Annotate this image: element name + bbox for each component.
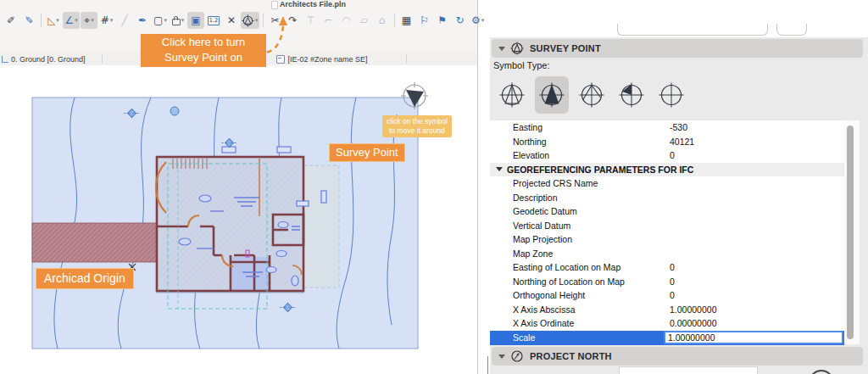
param-row-geodetic-datum[interactable]: Geodetic Datum xyxy=(490,204,844,220)
top-button-partial[interactable] xyxy=(776,24,807,36)
update-model-icon[interactable]: ↻ xyxy=(452,12,469,29)
snap-points-icon[interactable]: ⌖▾ xyxy=(81,12,97,29)
survey-point-callout: Click here to turn Survey Point on xyxy=(141,34,266,67)
building-plan xyxy=(156,147,339,309)
param-row-northing[interactable]: Northing40121 xyxy=(490,135,844,150)
grid-snap-icon[interactable]: #▾ xyxy=(98,12,115,29)
window-title: Architects File.pln xyxy=(280,0,346,8)
survey-point-label: Survey Point xyxy=(329,143,405,162)
tab-divider xyxy=(102,54,103,64)
survey-point-panel: SURVEY POINT Symbol Type: Easting-530 No… xyxy=(490,0,868,374)
param-row-x-axis-ordinate[interactable]: X Axis Ordinate0.00000000 xyxy=(490,316,844,332)
symbol-option-chevron[interactable] xyxy=(575,76,609,114)
param-row-map-projection[interactable]: Map Projection xyxy=(490,232,844,248)
param-row-northing-on-map[interactable]: Northing of Location on Map0 xyxy=(490,275,844,290)
suspend-groups-icon[interactable]: ▣ xyxy=(187,12,204,29)
symbol-options xyxy=(495,76,688,114)
project-north-group-header[interactable]: PROJECT NORTH xyxy=(492,347,863,366)
param-row-description[interactable]: Description xyxy=(490,191,844,206)
param-row-projected-crs[interactable]: Projected CRS Name xyxy=(490,176,844,192)
site-plan[interactable] xyxy=(0,65,477,374)
snap-guides-icon[interactable]: ∠▾ xyxy=(63,12,80,29)
collapse-arrow-icon xyxy=(496,167,503,171)
survey-point-icon xyxy=(510,42,524,55)
symbol-option-quarter-filled[interactable] xyxy=(615,76,648,114)
scrollbar-thumb[interactable] xyxy=(847,126,854,339)
toolbar-separator xyxy=(41,14,42,27)
top-input-partial[interactable] xyxy=(617,24,768,36)
document-icon xyxy=(271,1,278,9)
trim-icon[interactable]: ⊤ xyxy=(303,12,320,29)
toolbar-separator xyxy=(394,14,395,27)
tab-ground-story[interactable]: 0. Ground [0. Ground] xyxy=(2,53,86,65)
param-row-elevation[interactable]: Elevation0 xyxy=(490,148,844,164)
inject-parameters-icon[interactable]: ✐ xyxy=(20,12,37,29)
scale-input[interactable] xyxy=(664,331,843,344)
collapse-arrow-icon xyxy=(498,354,505,359)
survey-point-group-header[interactable]: SURVEY POINT xyxy=(492,39,863,58)
story-icon xyxy=(2,56,8,63)
param-row-easting[interactable]: Easting-530 xyxy=(490,120,844,136)
fillet-icon[interactable]: ⌐ xyxy=(320,12,337,29)
project-north-icon xyxy=(510,349,524,363)
archicad-window: Architects File.pln ✐ ✐ ◺▾ ∠▾ ⌖▾ #▾ ╱ ✒ … xyxy=(0,0,478,374)
param-row-map-zone[interactable]: Map Zone xyxy=(490,247,844,262)
callout-line2: Survey Point on xyxy=(141,50,266,65)
archicad-origin-label: Archicad Origin xyxy=(36,268,134,289)
plan-canvas[interactable]: Survey Point Archicad Origin click on th… xyxy=(0,65,477,374)
dimensions-icon[interactable]: 1.2 xyxy=(205,12,222,29)
arc-tool-icon[interactable]: ◠ xyxy=(338,12,355,29)
symbol-option-plain-cross[interactable] xyxy=(654,76,688,114)
symbol-option-triangle-filled[interactable] xyxy=(535,76,569,114)
bottom-widget-partial xyxy=(619,366,758,374)
flag-highlight-icon[interactable]: ⚑ xyxy=(434,12,451,29)
param-row-easting-on-map[interactable]: Easting of Location on Map0 xyxy=(490,260,844,276)
tooltip-line2: to move it around xyxy=(384,126,450,136)
section-georeferencing[interactable]: GEOREFERENCING PARAMETERS FOR IFC xyxy=(490,163,844,178)
driveway xyxy=(32,223,170,262)
tooltip-line1: click on the symbol xyxy=(384,117,450,126)
move-symbol-tooltip: click on the symbol to move it around xyxy=(382,115,452,137)
symbol-option-triangle-outline[interactable] xyxy=(495,76,529,114)
pickup-parameters-icon[interactable]: ✐ xyxy=(3,12,19,29)
tab-divider xyxy=(406,54,407,64)
explode-icon[interactable]: ✕ xyxy=(223,12,240,29)
param-row-scale[interactable]: Scale xyxy=(490,331,844,346)
tab-label: 0. Ground [0. Ground] xyxy=(11,55,86,64)
panel-edge xyxy=(487,356,488,374)
rotate-marquee-icon[interactable]: ▦ xyxy=(398,12,415,29)
titlebar: Architects File.pln xyxy=(0,0,477,9)
stretch-roof-icon[interactable]: ⌂ xyxy=(374,12,391,29)
library-manager-icon[interactable]: ⚙▾ xyxy=(470,12,487,29)
group-header-label: PROJECT NORTH xyxy=(530,351,612,361)
parameter-table: Easting-530 Northing40121 Elevation0 GEO… xyxy=(490,120,844,344)
callout-line1: Click here to turn xyxy=(141,35,266,50)
group-header-label: SURVEY POINT xyxy=(530,43,601,53)
guide-lines-icon[interactable]: ◺▾ xyxy=(45,12,62,29)
gravity-icon[interactable]: ╱ xyxy=(116,12,133,29)
symbol-type-label: Symbol Type: xyxy=(493,60,549,70)
resize-icon[interactable]: ▱ xyxy=(356,12,373,29)
collapse-arrow-icon xyxy=(498,47,505,51)
element-lock-icon[interactable]: ▾ xyxy=(170,12,186,29)
magic-wand-icon[interactable]: ✒ xyxy=(134,12,151,29)
param-row-orthogonal-height[interactable]: Orthogonal Height0 xyxy=(490,288,844,304)
param-row-x-axis-abscissa[interactable]: X Axis Abscissa1.00000000 xyxy=(490,303,844,318)
marquee-icon[interactable]: ▢▾ xyxy=(152,12,169,29)
param-row-vertical-datum[interactable]: Vertical Datum xyxy=(490,219,844,234)
flag-icon[interactable]: ⚐ xyxy=(416,12,433,29)
